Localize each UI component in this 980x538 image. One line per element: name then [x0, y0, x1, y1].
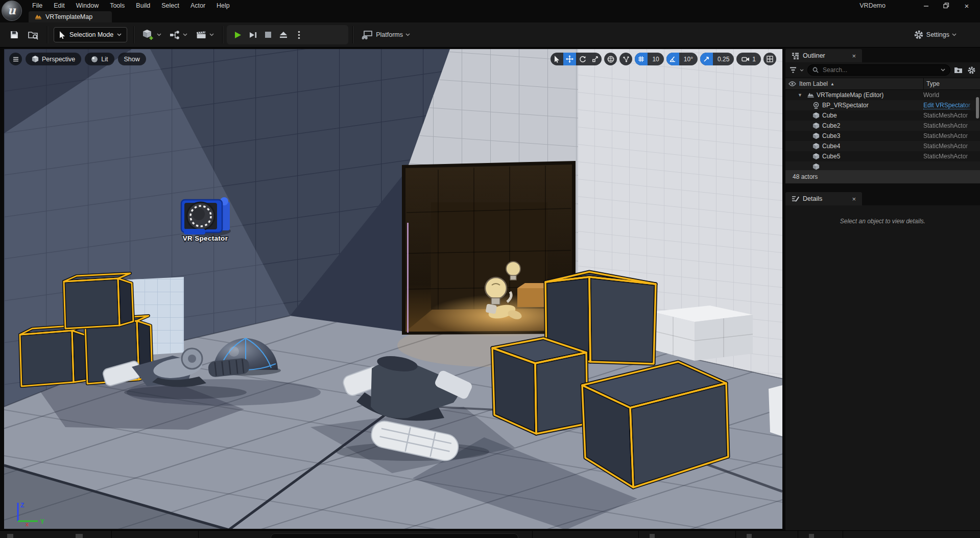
menu-build[interactable]: Build — [130, 0, 156, 11]
edit-blueprint-link[interactable]: Edit VRSpectator — [923, 102, 970, 109]
platforms-button[interactable]: Platforms — [357, 26, 414, 44]
outliner-row-cube2[interactable]: Cube2StaticMeshActor — [785, 121, 980, 131]
menu-file[interactable]: File — [27, 0, 48, 11]
scale-tool-button[interactable] — [589, 53, 602, 65]
eye-icon[interactable] — [785, 81, 799, 86]
row-label: Cube5 — [822, 153, 840, 160]
world-local-toggle-button[interactable] — [604, 53, 617, 65]
frame-skip-button[interactable] — [246, 27, 259, 42]
row-label: Cube3 — [822, 132, 840, 139]
camera-speed-button[interactable]: 1 — [736, 53, 761, 65]
row-label: Cube — [822, 112, 837, 119]
outliner-scrollbar[interactable] — [976, 97, 979, 119]
close-icon[interactable]: × — [844, 195, 856, 203]
filter-icon[interactable] — [788, 64, 805, 76]
tab-outliner[interactable]: Outliner × — [785, 49, 862, 62]
outliner-row-cube5[interactable]: Cube5StaticMeshActor — [785, 151, 980, 161]
cube-icon — [812, 153, 820, 160]
row-type: StaticMeshActor — [923, 151, 975, 161]
outliner-toolbar — [785, 62, 980, 78]
output-log-icon[interactable] — [76, 534, 83, 538]
row-type: Edit VRSpectator — [923, 100, 975, 110]
column-item-label[interactable]: Item Label ▲ — [799, 80, 834, 87]
select-tool-button[interactable] — [551, 53, 563, 65]
grid-snap-value[interactable]: 10 — [648, 53, 663, 65]
add-actor-button[interactable] — [138, 26, 165, 44]
blueprints-button[interactable] — [165, 26, 192, 44]
selection-mode-label: Selection Mode — [69, 31, 113, 38]
cinematics-button[interactable] — [192, 26, 218, 44]
scale-snap-toggle[interactable] — [700, 53, 713, 65]
browse-content-button[interactable] — [23, 26, 43, 44]
perspective-cube-icon — [32, 55, 39, 63]
settings-button[interactable]: Settings — [910, 26, 961, 44]
cube-icon — [812, 112, 820, 119]
view-mode-button[interactable]: Lit — [85, 53, 114, 65]
outliner-row-vrtemplatemap-editor-[interactable]: ▼VRTemplateMap (Editor)World — [785, 90, 980, 100]
rotate-tool-button[interactable] — [576, 53, 589, 65]
tab-details[interactable]: Details × — [785, 192, 862, 205]
window-title: VRDemo — [859, 0, 886, 11]
move-tool-button[interactable] — [563, 53, 576, 65]
settings-label: Settings — [926, 31, 949, 38]
expand-caret-icon[interactable]: ▼ — [798, 92, 804, 98]
level-tab[interactable]: VRTemplateMap — [29, 11, 112, 22]
details-icon — [792, 195, 799, 202]
menu-window[interactable]: Window — [70, 0, 104, 11]
details-empty-text: Select an object to view details. — [785, 218, 980, 225]
camera-mode-button[interactable]: Perspective — [26, 53, 81, 65]
vr-spectator-actor[interactable] — [181, 197, 231, 236]
menu-edit[interactable]: Edit — [48, 0, 70, 11]
menu-actor[interactable]: Actor — [185, 0, 211, 11]
details-tab-label: Details — [803, 195, 822, 202]
outliner-row-cube[interactable]: CubeStaticMeshActor — [785, 110, 980, 121]
outliner-row-bp-vrspectator[interactable]: BP_VRSpectatorEdit VRSpectator — [785, 100, 980, 110]
camera-speed-value: 1 — [752, 56, 756, 63]
column-type[interactable]: Type — [923, 78, 980, 89]
selection-mode-button[interactable]: Selection Mode — [54, 27, 127, 42]
stop-button[interactable] — [261, 27, 275, 42]
outliner-icon — [792, 53, 799, 59]
unreal-logo-icon[interactable]: u — [2, 1, 22, 21]
search-input[interactable] — [822, 66, 938, 74]
surface-snapping-button[interactable] — [619, 53, 632, 65]
outliner-row-cube3[interactable]: Cube3StaticMeshActor — [785, 131, 980, 141]
play-controls-group — [227, 25, 348, 44]
save-button[interactable] — [5, 26, 23, 44]
minimize-button[interactable] — [916, 0, 936, 11]
content-drawer-icon[interactable] — [7, 534, 13, 538]
main-toolbar: Selection Mode — [0, 22, 980, 48]
row-label: Cube4 — [822, 143, 840, 150]
outliner-row-cube4[interactable]: Cube4StaticMeshActor — [785, 141, 980, 151]
outliner-settings-icon[interactable] — [966, 64, 977, 76]
rotation-snap-value[interactable]: 10° — [679, 53, 698, 65]
play-button[interactable] — [231, 27, 244, 42]
rotation-snap-toggle[interactable] — [666, 53, 679, 65]
level-tab-icon — [35, 13, 42, 21]
viewport-canvas[interactable]: VR Spectator Z Y x — [4, 49, 782, 529]
close-button[interactable]: × — [957, 0, 977, 11]
restore-button[interactable] — [936, 0, 957, 11]
grid-snap-toggle[interactable] — [635, 53, 648, 65]
white-cube[interactable] — [652, 306, 753, 361]
cube-icon — [812, 122, 820, 129]
outliner-row-partial[interactable] — [785, 161, 980, 170]
viewport-options-button[interactable] — [9, 53, 22, 65]
console-input[interactable] — [271, 533, 518, 538]
menu-help[interactable]: Help — [211, 0, 235, 11]
row-type: StaticMeshActor — [923, 141, 975, 151]
outliner-column-header: Item Label ▲ Type — [785, 78, 980, 90]
play-options-button[interactable] — [292, 27, 305, 42]
close-icon[interactable]: × — [844, 52, 856, 60]
new-folder-icon[interactable] — [953, 64, 964, 76]
scale-snap-value[interactable]: 0.25 — [713, 53, 734, 65]
show-flags-button[interactable]: Show — [118, 53, 146, 65]
eject-button[interactable] — [277, 27, 290, 42]
unreal-editor-window: u FileEditWindowToolsBuildSelectActorHel… — [0, 0, 980, 538]
viewport[interactable]: VR Spectator Z Y x Perspective Lit — [4, 49, 782, 529]
menu-select[interactable]: Select — [156, 0, 185, 11]
quad-view-button[interactable] — [763, 53, 776, 65]
level-icon — [806, 91, 815, 99]
menu-tools[interactable]: Tools — [104, 0, 130, 11]
outliner-search[interactable] — [807, 64, 950, 76]
